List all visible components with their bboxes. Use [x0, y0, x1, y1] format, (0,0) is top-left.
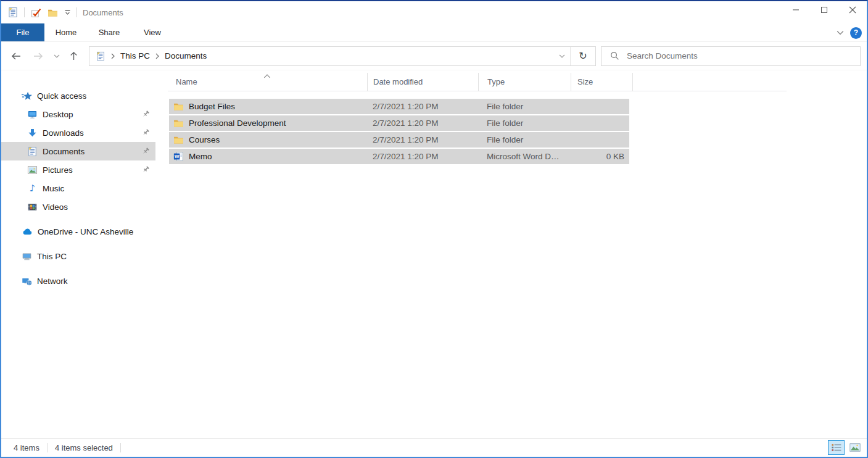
- qat-customize-dropdown[interactable]: [64, 9, 71, 16]
- help-button[interactable]: ?: [850, 27, 862, 39]
- onedrive-cloud-icon: [22, 227, 33, 237]
- checkbox-icon: [31, 7, 41, 18]
- size-cell: 0 KB: [571, 152, 629, 161]
- sidebar-item-pictures[interactable]: Pictures: [1, 160, 155, 179]
- refresh-button[interactable]: ↻: [571, 47, 595, 65]
- tab-file[interactable]: File: [1, 23, 44, 41]
- sidebar-item-label: Music: [43, 184, 64, 193]
- chevron-right-icon: [111, 53, 115, 59]
- table-row[interactable]: Courses 2/7/2021 1:20 PM File folder: [169, 132, 629, 148]
- table-row[interactable]: Budget Files 2/7/2021 1:20 PM File folde…: [169, 99, 629, 114]
- qat-folder-button[interactable]: [48, 7, 58, 18]
- sidebar-item-label: Pictures: [43, 165, 73, 175]
- expand-ribbon-chevron-icon[interactable]: [837, 30, 844, 35]
- titlebar: Documents: [1, 1, 867, 23]
- tab-view[interactable]: View: [131, 23, 174, 41]
- selected-count: 4 items selected: [55, 443, 113, 452]
- column-header-type[interactable]: Type: [478, 73, 571, 91]
- window-title: Documents: [83, 8, 123, 17]
- explorer-icon: [96, 51, 105, 61]
- date-modified-cell: 2/7/2021 1:20 PM: [367, 135, 478, 144]
- folder-icon: [48, 7, 58, 18]
- address-dropdown-button[interactable]: [554, 47, 570, 65]
- videos-icon: [27, 202, 38, 212]
- close-button[interactable]: [838, 0, 867, 20]
- word-document-icon: [173, 151, 184, 162]
- search-input[interactable]: [619, 51, 860, 60]
- minimize-button[interactable]: [782, 0, 810, 20]
- file-list-pane: Name Date modified Type Size Budget File…: [155, 70, 867, 438]
- breadcrumb-documents[interactable]: Documents: [165, 51, 207, 60]
- sidebar-item-network[interactable]: Network: [1, 272, 155, 290]
- pin-icon: [141, 165, 150, 174]
- back-button[interactable]: [5, 46, 27, 66]
- chevron-down-icon: [559, 54, 565, 58]
- file-rows: Budget Files 2/7/2021 1:20 PM File folde…: [169, 99, 629, 164]
- folder-icon: [173, 118, 184, 128]
- titlebar-separator: [24, 7, 25, 17]
- pin-icon: [141, 128, 150, 137]
- type-cell: File folder: [478, 135, 571, 144]
- forward-button[interactable]: [27, 46, 49, 66]
- main-area: Quick access Desktop Downloads Documents…: [1, 70, 867, 438]
- details-view-icon: [831, 443, 842, 452]
- sidebar-item-label: OneDrive - UNC Asheville: [38, 227, 133, 236]
- navigation-bar: This PC Documents ↻: [1, 42, 867, 70]
- titlebar-separator: [76, 7, 77, 17]
- breadcrumb-this-pc[interactable]: This PC: [120, 51, 150, 60]
- recent-locations-button[interactable]: [49, 46, 64, 66]
- chevron-right-icon: [155, 53, 159, 59]
- chevron-down-icon: [54, 54, 60, 58]
- sidebar-item-documents[interactable]: Documents: [1, 142, 155, 160]
- file-name-cell: Memo: [169, 151, 367, 162]
- window-controls: [782, 0, 867, 20]
- up-button[interactable]: [64, 46, 83, 66]
- sidebar-item-label: Network: [37, 277, 68, 286]
- sidebar-item-videos[interactable]: Videos: [1, 198, 155, 216]
- sidebar-item-downloads[interactable]: Downloads: [1, 123, 155, 142]
- column-header-date-modified[interactable]: Date modified: [367, 73, 478, 91]
- sidebar-item-this-pc[interactable]: This PC: [1, 247, 155, 265]
- tab-share[interactable]: Share: [88, 23, 131, 41]
- chevron-down-icon: [64, 9, 71, 16]
- network-icon: [22, 276, 32, 286]
- file-name: Professional Development: [189, 119, 286, 128]
- column-header-size[interactable]: Size: [571, 73, 632, 91]
- status-separator: [47, 443, 48, 452]
- column-headers: Name Date modified Type Size: [168, 73, 787, 91]
- this-pc-icon: [22, 251, 32, 262]
- quick-access-star-icon: [22, 91, 32, 101]
- sidebar-item-onedrive[interactable]: OneDrive - UNC Asheville: [1, 222, 155, 241]
- date-modified-cell: 2/7/2021 1:20 PM: [367, 152, 478, 161]
- details-view-button[interactable]: [828, 440, 845, 455]
- search-icon: [610, 51, 619, 60]
- file-name-cell: Courses: [169, 135, 367, 145]
- document-icon: [27, 146, 38, 157]
- qat-checkbox-button[interactable]: [31, 7, 41, 18]
- date-modified-cell: 2/7/2021 1:20 PM: [367, 102, 478, 111]
- type-cell: File folder: [478, 119, 571, 128]
- date-modified-cell: 2/7/2021 1:20 PM: [367, 119, 478, 128]
- sidebar-item-quick-access[interactable]: Quick access: [1, 86, 155, 105]
- table-row[interactable]: Memo 2/7/2021 1:20 PM Microsoft Word D… …: [169, 149, 629, 164]
- sidebar-item-desktop[interactable]: Desktop: [1, 105, 155, 123]
- address-bar[interactable]: This PC Documents ↻: [89, 46, 596, 66]
- sort-ascending-icon: [263, 74, 271, 78]
- search-box: [601, 46, 861, 66]
- minimize-icon: [793, 7, 799, 13]
- music-note-icon: [27, 183, 38, 194]
- items-count: 4 items: [14, 443, 39, 452]
- table-row[interactable]: Professional Development 2/7/2021 1:20 P…: [169, 115, 629, 131]
- tab-home[interactable]: Home: [44, 23, 88, 41]
- maximize-button[interactable]: [810, 0, 838, 20]
- desktop-icon: [27, 109, 38, 120]
- downloads-icon: [27, 128, 38, 138]
- file-name: Memo: [189, 152, 212, 161]
- view-toggles: [828, 440, 863, 455]
- large-icons-view-button[interactable]: [846, 440, 863, 455]
- sidebar-item-label: Videos: [43, 202, 68, 212]
- pin-icon: [141, 147, 150, 156]
- large-icons-view-icon: [849, 443, 861, 452]
- sidebar-item-music[interactable]: Music: [1, 179, 155, 198]
- sidebar-item-label: Downloads: [43, 128, 84, 138]
